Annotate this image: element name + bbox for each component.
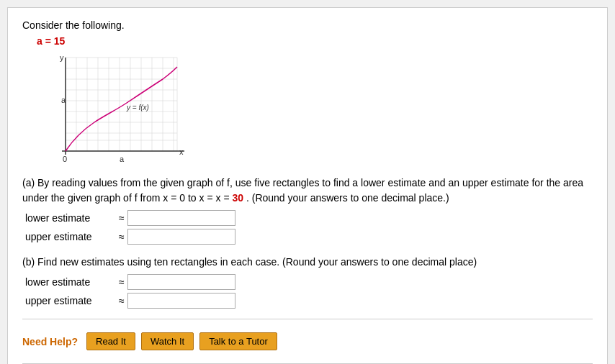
part-b-label: (b): [22, 256, 35, 268]
y-axis-label: y: [60, 54, 64, 62]
graph-area: y x 0 a a y = f(x): [51, 54, 593, 165]
part-b-upper-approx: ≈: [119, 294, 125, 309]
part-b-lower-approx: ≈: [119, 275, 125, 290]
need-help-label: Need Help?: [22, 336, 78, 347]
part-b-desc: Find new estimates using ten rectangles …: [37, 256, 477, 268]
a-graph-label: a: [61, 96, 66, 104]
a-number: 15: [54, 35, 66, 47]
part-b-upper-row: upper estimate ≈: [25, 293, 593, 309]
svg-rect-0: [66, 58, 177, 151]
a-x-label: a: [120, 155, 125, 163]
part-b-lower-input[interactable]: [127, 274, 235, 290]
consider-text: Consider the following.: [22, 19, 593, 31]
part-a-lower-input[interactable]: [127, 210, 235, 226]
part-b-upper-input[interactable]: [127, 293, 235, 309]
main-content: Consider the following. a = 15: [22, 19, 593, 363]
divider-1: [22, 319, 593, 319]
part-a-upper-input[interactable]: [127, 229, 235, 245]
part-a-upper-label: upper estimate: [25, 229, 119, 245]
zero-label: 0: [63, 155, 67, 163]
part-b-upper-label: upper estimate: [25, 294, 119, 309]
part-b-lower-row: lower estimate ≈: [25, 274, 593, 290]
page-container: Consider the following. a = 15: [7, 7, 608, 364]
x-axis-label: x: [179, 147, 184, 156]
part-b-text: (b) Find new estimates using ten rectang…: [22, 255, 593, 270]
part-a-label: (a): [22, 177, 35, 188]
part-a-block: (a) By reading values from the given gra…: [22, 176, 593, 245]
part-a-lower-label: lower estimate: [25, 211, 119, 226]
watch-it-button[interactable]: Watch It: [141, 332, 194, 350]
talk-tutor-button[interactable]: Talk to a Tutor: [199, 332, 277, 350]
part-a-text: (a) By reading values from the given gra…: [22, 176, 593, 206]
a-label: a =: [37, 35, 51, 47]
part-b-lower-label: lower estimate: [25, 275, 119, 290]
part-a-lower-row: lower estimate ≈: [25, 210, 593, 226]
part-a-xvalue: 30: [232, 192, 243, 204]
part-a-upper-approx: ≈: [119, 229, 125, 245]
curve-label: y = f(x): [126, 104, 149, 112]
part-a-lower-approx: ≈: [119, 211, 125, 226]
a-value-line: a = 15: [37, 35, 593, 47]
part-a-after: . (Round your answers to one decimal pla…: [246, 192, 449, 204]
read-it-button[interactable]: Read It: [86, 332, 135, 350]
need-help-bar: Need Help? Read It Watch It Talk to a Tu…: [22, 327, 593, 356]
part-a-upper-row: upper estimate ≈: [25, 229, 593, 245]
graph-svg: y x 0 a a y = f(x): [51, 54, 184, 165]
part-b-block: (b) Find new estimates using ten rectang…: [22, 255, 593, 309]
